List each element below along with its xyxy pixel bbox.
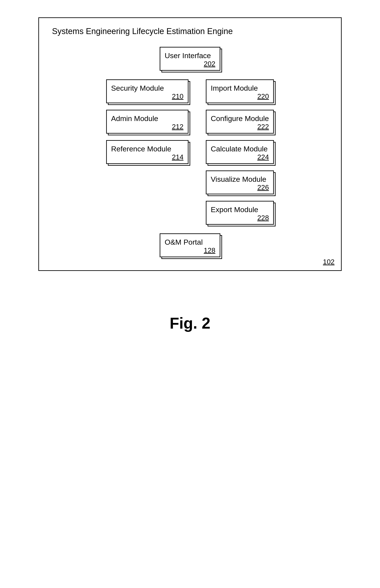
import-module-number: 220 [211,92,269,101]
calculate-module-number: 224 [211,153,269,161]
bottom-section: O&M Portal 128 [52,233,328,257]
diagram-container: Systems Engineering Lifecycle Estimation… [38,17,342,271]
portal-box: O&M Portal 128 [160,233,220,257]
calculate-module-box: Calculate Module 224 [206,140,274,164]
reference-module-number: 214 [111,153,184,161]
admin-module-box: Admin Module 212 [106,110,189,134]
portal-label: O&M Portal [165,238,215,246]
system-title: Systems Engineering Lifecycle Estimation… [52,27,328,36]
security-module-number: 210 [111,92,184,101]
user-interface-label: User Interface [165,51,215,60]
export-module-number: 228 [211,214,269,222]
calculate-module-label: Calculate Module [211,145,269,153]
left-column: Security Module 210 Admin Module 212 Ref… [106,79,189,164]
configure-module-number: 222 [211,123,269,131]
export-module-box: Export Module 228 [206,201,274,225]
visualize-module-number: 226 [211,183,269,192]
configure-module-label: Configure Module [211,114,269,123]
security-module-label: Security Module [111,84,184,92]
columns-wrapper: Security Module 210 Admin Module 212 Ref… [52,79,328,225]
user-interface-number: 202 [165,60,215,68]
top-section: User Interface 202 [52,47,328,71]
security-module-box: Security Module 210 [106,79,189,103]
outer-system-box: Systems Engineering Lifecycle Estimation… [38,17,342,271]
admin-module-number: 212 [111,123,184,131]
figure-label: Fig. 2 [0,314,380,332]
import-module-box: Import Module 220 [206,79,274,103]
visualize-module-label: Visualize Module [211,175,269,183]
configure-module-box: Configure Module 222 [206,110,274,134]
right-column-wrapper: Import Module 220 Configure Module 222 C… [206,79,274,225]
reference-module-label: Reference Module [111,145,184,153]
reference-module-box: Reference Module 214 [106,140,189,164]
portal-number: 128 [165,246,215,254]
visualize-module-box: Visualize Module 226 [206,170,274,194]
system-id: 102 [323,258,335,266]
admin-module-label: Admin Module [111,114,184,123]
user-interface-box: User Interface 202 [160,47,220,71]
export-module-label: Export Module [211,205,269,214]
user-interface-front: User Interface 202 [160,47,220,71]
import-module-label: Import Module [211,84,269,92]
